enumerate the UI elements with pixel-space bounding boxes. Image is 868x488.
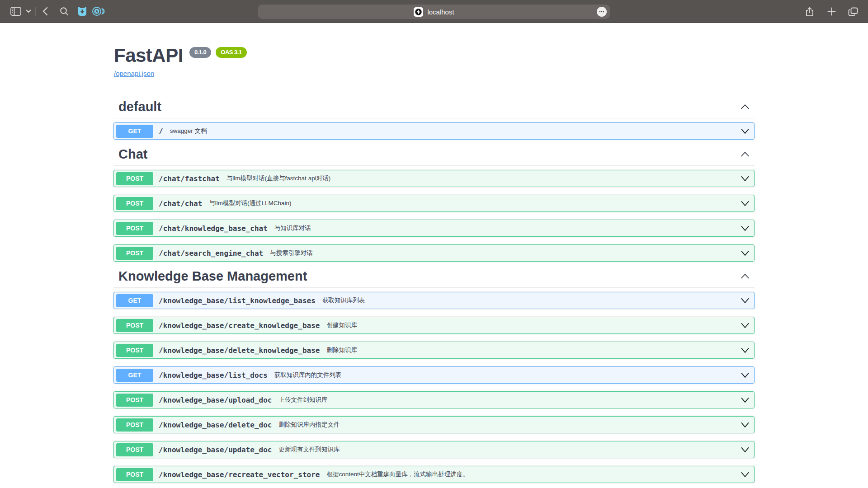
section-header[interactable]: Knowledge Base Management xyxy=(113,269,755,288)
search-icon xyxy=(60,7,69,16)
chevron-down-icon[interactable] xyxy=(741,128,750,134)
endpoint-path: /knowledge_base/recreate_vector_store xyxy=(159,470,320,479)
chevron-up-icon[interactable] xyxy=(740,103,750,110)
endpoint-description: 与llm模型对话(直接与fastchat api对话) xyxy=(226,174,330,183)
chevron-down-icon[interactable] xyxy=(741,397,750,403)
endpoint-row[interactable]: GET /knowledge_base/list_docs 获取知识库内的文件列… xyxy=(113,366,755,384)
endpoint-path: /chat/knowledge_base_chat xyxy=(159,224,268,233)
chevron-down-icon[interactable] xyxy=(741,447,750,453)
section-title: Knowledge Base Management xyxy=(118,269,307,283)
page-settings-button[interactable] xyxy=(597,7,607,17)
method-badge: GET xyxy=(116,369,153,382)
endpoint-description: swagger 文档 xyxy=(170,127,207,135)
browser-toolbar: localhost xyxy=(0,0,868,23)
method-badge: POST xyxy=(116,172,153,185)
fastapi-logo-icon xyxy=(415,9,422,15)
section-header[interactable]: Chat xyxy=(113,147,755,166)
endpoint-row[interactable]: POST /knowledge_base/update_doc 更新现有文件到知… xyxy=(113,441,755,458)
endpoint-row[interactable]: POST /knowledge_base/delete_knowledge_ba… xyxy=(113,342,755,359)
endpoint-row[interactable]: POST /chat/chat 与llm模型对话(通过LLMChain) xyxy=(113,195,755,212)
chevron-down-icon[interactable] xyxy=(741,250,750,256)
url-host: localhost xyxy=(427,8,454,16)
section-header[interactable]: default xyxy=(113,100,755,118)
site-favicon xyxy=(414,7,423,17)
endpoint-description: 上传文件到知识库 xyxy=(278,396,327,404)
endpoint-description: 删除知识库 xyxy=(326,346,357,354)
endpoint-path: /knowledge_base/update_doc xyxy=(159,446,272,454)
chevron-down-icon[interactable] xyxy=(741,176,750,182)
chevron-down-icon[interactable] xyxy=(741,225,750,231)
chevron-up-icon[interactable] xyxy=(740,273,750,279)
method-badge: GET xyxy=(116,294,153,307)
search-button[interactable] xyxy=(57,5,72,18)
section-title: Chat xyxy=(118,147,147,161)
chevron-down-icon[interactable] xyxy=(741,372,750,378)
endpoint-row[interactable]: GET / swagger 文档 xyxy=(113,122,755,140)
endpoint-row[interactable]: POST /knowledge_base/create_knowledge_ba… xyxy=(113,317,755,334)
endpoint-path: /knowledge_base/list_knowledge_bases xyxy=(159,296,316,305)
endpoint-path: /chat/search_engine_chat xyxy=(159,249,263,258)
endpoint-path: /knowledge_base/upload_doc xyxy=(159,396,272,404)
api-title-row: FastAPI 0.1.0 OAS 3.1 xyxy=(114,45,755,66)
endpoint-description: 与知识库对话 xyxy=(274,224,311,232)
sidebar-toggle-button[interactable] xyxy=(8,5,24,18)
endpoint-description: 根据content中文档重建向量库，流式输出处理进度。 xyxy=(326,470,468,479)
method-badge: POST xyxy=(116,394,153,407)
method-badge: POST xyxy=(116,468,153,481)
address-bar[interactable]: localhost xyxy=(258,5,610,19)
endpoint-row[interactable]: POST /knowledge_base/delete_doc 删除知识库内指定… xyxy=(113,416,755,433)
back-button[interactable] xyxy=(38,5,53,18)
endpoint-description: 获取知识库列表 xyxy=(322,296,365,305)
chevron-down-icon xyxy=(26,9,31,13)
api-info: FastAPI 0.1.0 OAS 3.1 /openapi.json xyxy=(113,23,755,78)
chevron-down-icon[interactable] xyxy=(741,472,750,478)
chevron-down-icon[interactable] xyxy=(741,347,750,353)
star-broadcast-icon xyxy=(92,6,105,17)
method-badge: POST xyxy=(116,443,153,456)
endpoint-row[interactable]: POST /knowledge_base/upload_doc 上传文件到知识库 xyxy=(113,391,755,408)
section-default: default GET / swagger 文档 xyxy=(113,100,755,140)
endpoint-row[interactable]: GET /knowledge_base/list_knowledge_bases… xyxy=(113,292,755,309)
endpoint-description: 与搜索引擎对话 xyxy=(270,249,313,257)
chevron-down-icon[interactable] xyxy=(741,298,750,304)
chevron-up-icon[interactable] xyxy=(740,151,750,157)
method-badge: GET xyxy=(116,125,153,138)
shield-download-icon xyxy=(77,6,88,17)
sidebar-menu-button[interactable] xyxy=(24,5,33,18)
plus-icon xyxy=(827,7,836,16)
endpoint-path: / xyxy=(159,127,163,136)
endpoint-description: 更新现有文件到知识库 xyxy=(278,446,340,454)
chevron-down-icon[interactable] xyxy=(741,201,750,206)
section-knowledge-base-management: Knowledge Base Management GET /knowledge… xyxy=(113,269,755,483)
ellipsis-icon xyxy=(599,11,604,13)
version-badge: 0.1.0 xyxy=(189,47,211,58)
pinned-tab-shield-arrow[interactable] xyxy=(75,5,90,18)
method-badge: POST xyxy=(116,344,153,357)
share-icon xyxy=(806,7,814,17)
method-badge: POST xyxy=(116,197,153,210)
endpoint-row[interactable]: POST /knowledge_base/recreate_vector_sto… xyxy=(113,466,755,483)
new-tab-button[interactable] xyxy=(824,5,839,19)
tabs-icon xyxy=(848,7,858,16)
tab-overview-button[interactable] xyxy=(845,5,861,19)
toolbar-separator xyxy=(35,7,36,16)
share-button[interactable] xyxy=(802,5,817,19)
endpoint-description: 获取知识库内的文件列表 xyxy=(274,371,342,379)
endpoint-path: /chat/fastchat xyxy=(159,174,220,183)
endpoint-path: /knowledge_base/create_knowledge_base xyxy=(159,321,320,330)
endpoint-path: /knowledge_base/delete_doc xyxy=(159,421,272,429)
method-badge: POST xyxy=(116,222,153,235)
endpoint-path: /knowledge_base/delete_knowledge_base xyxy=(159,346,320,355)
openapi-spec-link[interactable]: /openapi.json xyxy=(114,70,154,77)
chevron-down-icon[interactable] xyxy=(741,422,750,428)
endpoint-row[interactable]: POST /chat/fastchat 与llm模型对话(直接与fastchat… xyxy=(113,170,755,187)
chevron-down-icon[interactable] xyxy=(741,323,750,328)
api-title: FastAPI xyxy=(114,45,183,66)
pinned-tab-star-circle[interactable] xyxy=(91,5,106,18)
endpoint-row[interactable]: POST /chat/knowledge_base_chat 与知识库对话 xyxy=(113,220,755,237)
section-chat: Chat POST /chat/fastchat 与llm模型对话(直接与fas… xyxy=(113,147,755,262)
section-title: default xyxy=(118,100,161,113)
endpoint-row[interactable]: POST /chat/search_engine_chat 与搜索引擎对话 xyxy=(113,244,755,262)
endpoint-description: 删除知识库内指定文件 xyxy=(278,421,340,429)
swagger-page: FastAPI 0.1.0 OAS 3.1 /openapi.json defa… xyxy=(113,23,755,483)
